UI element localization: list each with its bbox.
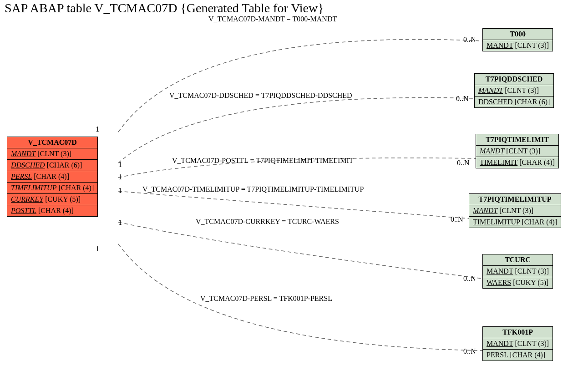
entity-field: MANDT [CLNT (3)] (483, 338, 553, 350)
entity-t7piqtimelimit: T7PIQTIMELIMITMANDT [CLNT (3)]TIMELIMIT … (476, 134, 559, 168)
entity-field: DDSCHED [CHAR (6)] (7, 160, 98, 171)
entity-header: TCURC (483, 254, 553, 266)
entity-field: POSTTL [CHAR (4)] (7, 205, 98, 217)
entity-field: MANDT [CLNT (3)] (483, 266, 553, 277)
cardinality-target: 0..N (463, 347, 476, 356)
relation-label: V_TCMAC07D-DDSCHED = T7PIQDDSCHED-DDSCHE… (169, 91, 352, 100)
entity-t7piqddsched: T7PIQDDSCHEDMANDT [CLNT (3)]DDSCHED [CHA… (474, 73, 554, 108)
entity-field: MANDT [CLNT (3)] (476, 146, 559, 157)
entity-header: T000 (483, 29, 553, 40)
cardinality-source: 1 (118, 218, 122, 227)
relation-label: V_TCMAC07D-PERSL = TFK001P-PERSL (200, 295, 332, 303)
entity-field: MANDT [CLNT (3)] (469, 205, 561, 217)
relation-label: V_TCMAC07D-POSTTL = T7PIQTIMELIMIT-TIMEL… (172, 157, 354, 165)
entity-field: DDSCHED [CHAR (6)] (475, 97, 554, 108)
cardinality-target: 0..N (456, 95, 469, 103)
cardinality-source: 1 (118, 161, 122, 169)
entity-header: T7PIQTIMELIMIT (476, 134, 559, 146)
entity-field: CURRKEY [CUKY (5)] (7, 194, 98, 205)
cardinality-target: 0..N (463, 36, 476, 44)
entity-field: TIMELIMIT [CHAR (4)] (476, 157, 559, 168)
entity-field: PERSL [CHAR (4)] (483, 350, 553, 361)
entity-field: TIMELIMITUP [CHAR (4)] (7, 183, 98, 194)
entity-t000: T000MANDT [CLNT (3)] (482, 28, 553, 51)
entity-field: WAERS [CUKY (5)] (483, 277, 553, 289)
cardinality-target: 0..N (451, 215, 463, 224)
entity-header: T7PIQDDSCHED (475, 74, 554, 85)
entity-header: V_TCMAC07D (7, 137, 98, 148)
entity-tcurc: TCURCMANDT [CLNT (3)]WAERS [CUKY (5)] (482, 254, 553, 289)
entity-header: T7PIQTIMELIMITUP (469, 194, 561, 205)
cardinality-target: 0..N (463, 274, 476, 283)
entity-field: MANDT [CLNT (3)] (475, 85, 554, 97)
entity-source: V_TCMAC07D MANDT [CLNT (3)]DDSCHED [CHAR… (7, 137, 98, 217)
page-title: SAP ABAP table V_TCMAC07D {Generated Tab… (5, 1, 324, 15)
relation-label: V_TCMAC07D-TIMELIMITUP = T7PIQTIMELIMITU… (142, 185, 364, 193)
cardinality-source: 1 (118, 173, 122, 181)
entity-field: PERSL [CHAR (4)] (7, 171, 98, 183)
relation-label: V_TCMAC07D-CURRKEY = TCURC-WAERS (196, 218, 339, 226)
entity-t7piqtimelimitup: T7PIQTIMELIMITUPMANDT [CLNT (3)]TIMELIMI… (469, 193, 561, 228)
entity-header: TFK001P (483, 327, 553, 338)
cardinality-source: 1 (118, 187, 122, 195)
entity-field: TIMELIMITUP [CHAR (4)] (469, 217, 561, 228)
relation-label: V_TCMAC07D-MANDT = T000-MANDT (208, 15, 337, 23)
entity-field: MANDT [CLNT (3)] (7, 148, 98, 160)
cardinality-source: 1 (96, 245, 99, 253)
entity-field: MANDT [CLNT (3)] (483, 40, 553, 51)
entity-tfk001p: TFK001PMANDT [CLNT (3)]PERSL [CHAR (4)] (482, 326, 553, 361)
cardinality-target: 0..N (457, 159, 470, 167)
cardinality-source: 1 (96, 125, 99, 133)
